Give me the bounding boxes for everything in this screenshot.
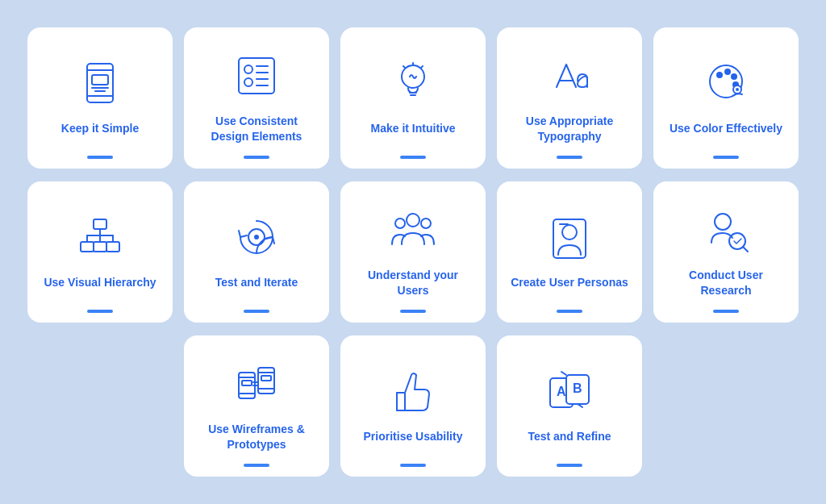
svg-point-42 [562, 225, 577, 240]
card-label: Use Appropriate Typography [508, 114, 631, 151]
svg-point-26 [736, 88, 739, 91]
card-usability[interactable]: Prioritise Usability [340, 335, 486, 477]
thumbs-up-icon [385, 363, 441, 419]
card-user-research[interactable]: Conduct User Research [653, 181, 799, 323]
card-typography[interactable]: Use Appropriate Typography [497, 27, 642, 169]
svg-rect-53 [242, 381, 252, 385]
svg-line-18 [421, 66, 423, 68]
card-test-iterate[interactable]: Test and Iterate [184, 181, 329, 323]
svg-point-37 [254, 235, 259, 240]
card-visual-hierarchy[interactable]: Use Visual Hierarchy [27, 181, 173, 323]
svg-point-21 [716, 72, 723, 78]
svg-point-40 [421, 219, 431, 228]
card-label: Make it Intuitive [370, 121, 455, 144]
svg-rect-3 [92, 75, 108, 85]
svg-text:B: B [573, 381, 582, 395]
svg-rect-33 [81, 242, 94, 252]
row-2: Use Visual Hierarchy Test and Iterate [16, 181, 810, 323]
search-person-icon [698, 202, 754, 258]
svg-line-17 [403, 66, 405, 68]
card-label: Test and Iterate [215, 275, 298, 298]
card-label: Use Consistent Design Elements [195, 114, 318, 151]
svg-line-46 [743, 247, 748, 252]
gear-arrows-icon [228, 209, 285, 265]
svg-point-38 [407, 214, 419, 227]
card-label: Use Visual Hierarchy [44, 275, 156, 298]
svg-point-22 [724, 69, 731, 75]
user-card-icon [541, 209, 598, 265]
hierarchy-icon [72, 209, 128, 265]
card-label: Use Wireframes & Prototypes [195, 422, 318, 459]
mobile-wireframe-icon [72, 55, 128, 111]
card-label: Test and Refine [528, 429, 611, 452]
card-wireframes[interactable]: Use Wireframes & Prototypes [184, 335, 329, 477]
svg-point-39 [395, 219, 405, 228]
svg-point-7 [244, 65, 252, 73]
svg-point-44 [715, 214, 731, 230]
users-group-icon [385, 202, 441, 258]
head-bulb-icon [385, 55, 441, 111]
svg-rect-54 [261, 376, 271, 381]
row-1: Keep it Simple Use Consistent Design Ele… [16, 27, 810, 169]
card-keep-simple[interactable]: Keep it Simple [27, 27, 173, 169]
svg-point-23 [731, 73, 737, 80]
card-label: Use Color Effectively [670, 121, 782, 144]
card-user-personas[interactable]: Create User Personas [497, 181, 642, 323]
card-test-refine[interactable]: A B Test and Refine [497, 335, 642, 477]
typography-icon [541, 48, 598, 104]
palette-icon [698, 55, 754, 111]
list-design-icon [228, 48, 285, 104]
svg-rect-35 [106, 242, 119, 252]
card-understand-users[interactable]: Understand your Users [340, 181, 486, 323]
card-color[interactable]: Use Color Effectively [653, 27, 799, 169]
card-make-intuitive[interactable]: Make it Intuitive [340, 27, 486, 169]
row-3: Use Wireframes & Prototypes Prioritise U… [16, 335, 810, 477]
svg-text:A: A [557, 385, 566, 398]
card-consistent-design[interactable]: Use Consistent Design Elements [184, 27, 329, 169]
card-label: Prioritise Usability [364, 429, 463, 452]
svg-rect-27 [94, 219, 106, 229]
ab-cards-icon: A B [541, 363, 598, 419]
svg-rect-34 [94, 242, 106, 252]
card-grid: Keep it Simple Use Consistent Design Ele… [16, 27, 810, 477]
card-label: Keep it Simple [61, 121, 139, 144]
card-label: Understand your Users [352, 268, 474, 305]
svg-point-10 [244, 78, 252, 86]
wireframes-icon [228, 356, 285, 412]
card-label: Conduct User Research [665, 268, 787, 305]
svg-rect-6 [239, 58, 274, 94]
card-label: Create User Personas [511, 275, 628, 298]
